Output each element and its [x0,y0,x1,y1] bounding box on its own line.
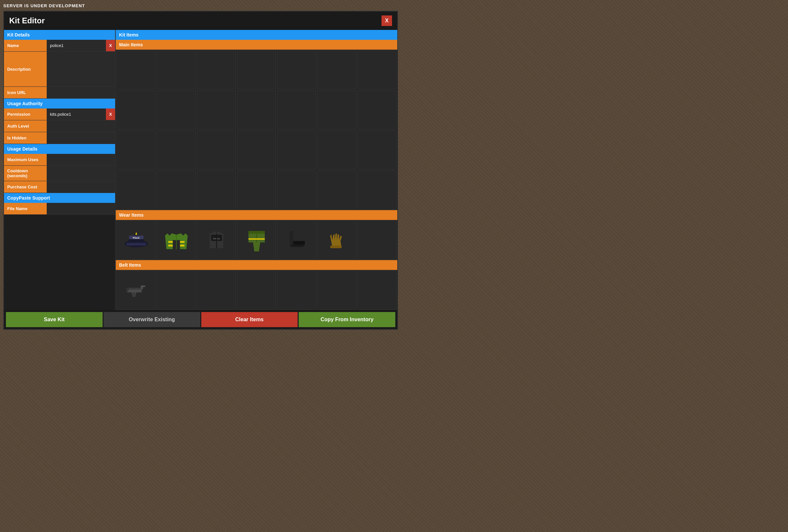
belt-slot-4[interactable] [237,270,276,310]
main-slot-22[interactable] [116,170,156,210]
value-file-name[interactable] [47,203,115,214]
belt-slot-7[interactable] [357,270,397,310]
main-slot-17[interactable] [197,130,236,170]
value-max-uses[interactable] [47,154,115,165]
left-panel: Kit Details Name X Description Icon URL [4,30,116,310]
main-slot-2[interactable] [157,50,196,90]
save-kit-button[interactable]: Save Kit [6,312,103,327]
input-file-name[interactable] [50,206,112,211]
svg-rect-16 [290,231,293,244]
overwrite-existing-button[interactable]: Overwrite Existing [104,312,200,327]
field-description: Description [4,52,115,87]
wear-slot-boots[interactable] [277,220,316,260]
boots-icon [283,226,311,254]
input-name[interactable] [50,43,103,48]
hat-icon: POLIC [123,226,150,254]
input-auth-level[interactable] [50,124,112,129]
field-permission: Permission X [4,109,115,120]
svg-rect-18 [127,288,140,290]
belt-slot-5[interactable] [277,270,316,310]
main-slot-16[interactable] [157,130,196,170]
label-cooldown: Cooldown (seconds) [4,166,47,181]
clear-permission-btn[interactable]: X [106,109,115,120]
main-slot-7[interactable] [357,50,397,90]
input-purchase-cost[interactable] [50,184,112,190]
belt-slot-6[interactable] [317,270,356,310]
wear-slot-vest[interactable]: POLICE [197,220,236,260]
wear-slot-hat[interactable]: POLIC [116,220,156,260]
main-slot-19[interactable] [277,130,316,170]
belt-slot-3[interactable] [197,270,236,310]
input-is-hidden[interactable] [50,136,112,140]
section-header-usage-authority: Usage Authority [4,99,115,109]
modal-body: Kit Details Name X Description Icon URL [4,30,397,310]
main-slot-25[interactable] [237,170,276,210]
main-slot-20[interactable] [317,130,356,170]
main-slot-10[interactable] [197,90,236,130]
value-is-hidden[interactable] [47,132,115,144]
main-slot-11[interactable] [237,90,276,130]
svg-marker-4 [135,232,137,234]
modal-header: Kit Editor X [4,12,397,30]
main-slot-27[interactable] [317,170,356,210]
clear-items-button[interactable]: Clear Items [201,312,298,327]
wear-slot-jacket[interactable] [157,220,196,260]
clear-name-btn[interactable]: X [106,40,115,51]
label-is-hidden: Is Hidden [4,132,47,144]
input-cooldown[interactable] [50,171,112,176]
main-slot-13[interactable] [317,90,356,130]
svg-rect-8 [180,244,184,247]
main-slot-12[interactable] [277,90,316,130]
value-permission[interactable] [47,109,106,120]
right-panel: Kit Items Main Items [116,30,397,310]
wear-slot-7[interactable] [357,220,397,260]
svg-rect-20 [126,288,129,291]
label-permission: Permission [4,109,47,120]
main-slot-21[interactable] [357,130,397,170]
copy-from-inventory-button[interactable]: Copy From Inventory [299,312,395,327]
input-icon-url[interactable] [50,90,112,95]
main-slot-9[interactable] [157,90,196,130]
svg-rect-1 [126,243,146,245]
belt-slot-2[interactable] [157,270,196,310]
value-name[interactable] [47,40,106,51]
main-items-row4 [116,170,397,210]
value-cooldown[interactable] [47,166,115,181]
main-slot-4[interactable] [237,50,276,90]
main-slot-6[interactable] [317,50,356,90]
section-header-usage-details: Usage Details [4,144,115,154]
main-slot-24[interactable] [197,170,236,210]
value-description[interactable] [47,52,115,86]
main-slot-18[interactable] [237,130,276,170]
input-max-uses[interactable] [50,157,112,162]
svg-text:POLIC: POLIC [133,237,139,239]
field-is-hidden: Is Hidden [4,132,115,144]
kit-items-header: Kit Items [116,30,397,40]
main-slot-28[interactable] [357,170,397,210]
wear-slot-pants[interactable] [237,220,276,260]
input-permission[interactable] [50,112,103,117]
input-description[interactable] [50,54,112,84]
main-slot-8[interactable] [116,90,156,130]
value-auth-level[interactable] [47,120,115,132]
main-slot-1[interactable] [116,50,156,90]
main-slot-23[interactable] [157,170,196,210]
field-purchase-cost: Purchase Cost [4,181,115,193]
wear-slot-gloves[interactable] [317,220,356,260]
main-slot-15[interactable] [116,130,156,170]
pistol-icon [123,277,150,304]
main-slot-5[interactable] [277,50,316,90]
belt-items-row [116,270,397,310]
jacket-icon [163,226,190,254]
label-name: Name [4,40,47,51]
belt-slot-pistol[interactable] [116,270,156,310]
value-purchase-cost[interactable] [47,181,115,193]
main-slot-26[interactable] [277,170,316,210]
main-slot-14[interactable] [357,90,397,130]
belt-items-label: Belt Items [116,260,397,270]
gloves-icon [323,226,351,254]
main-slot-3[interactable] [197,50,236,90]
dev-banner: SERVER IS UNDER DEVELOPMENT [3,3,85,8]
value-icon-url[interactable] [47,87,115,98]
close-button[interactable]: X [381,16,392,26]
